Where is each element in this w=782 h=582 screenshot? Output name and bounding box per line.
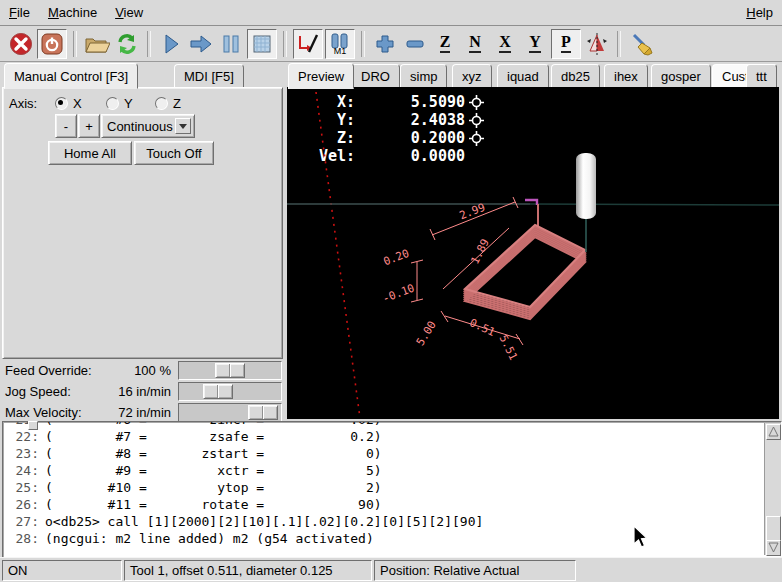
gcode-listing[interactable]: 21:( #6 = zincr = .02) 22:( #7 = zsafe =… — [2, 421, 782, 559]
max-velocity-thumb[interactable] — [248, 405, 278, 420]
jog-speed-thumb[interactable] — [203, 384, 233, 399]
feed-override-row: Feed Override: 100 % — [0, 360, 283, 380]
axis-radio-y[interactable]: Y — [106, 96, 133, 111]
gcode-line: 25:( #10 = ytop = 2) — [5, 479, 745, 496]
pane-sash-grip[interactable] — [28, 421, 38, 430]
max-velocity-slider[interactable] — [178, 403, 282, 422]
tab-ttt[interactable]: ttt — [746, 64, 777, 89]
axis-label: Axis: — [9, 96, 37, 111]
scroll-up-arrow[interactable] — [766, 424, 781, 440]
clear-plot-button[interactable] — [627, 30, 655, 58]
view-z2-icon: N — [469, 34, 481, 53]
max-velocity-value: 72 in/min — [118, 405, 171, 420]
radio-y-indicator — [106, 97, 119, 110]
tool-info-cell: Tool 1, offset 0.511, diameter 0.125 — [124, 560, 372, 581]
zoom-out-button[interactable] — [401, 30, 429, 58]
tab-db25[interactable]: db25 — [551, 64, 600, 89]
jog-mode-dropdown[interactable]: Continuous — [101, 114, 195, 138]
open-file-button[interactable] — [83, 30, 111, 58]
preview-canvas[interactable]: X:5.5090 Y:2.4038 Z:0.2000 Vel:0.0000 — [287, 87, 779, 419]
plus-icon — [374, 33, 396, 55]
feed-override-slider[interactable] — [178, 361, 282, 380]
gcode-scrollbar[interactable] — [764, 423, 781, 555]
pause-button[interactable] — [217, 30, 245, 58]
svg-text:M1: M1 — [334, 46, 347, 56]
broom-icon — [628, 32, 654, 56]
jog-speed-value: 16 in/min — [118, 384, 171, 399]
run-button[interactable] — [157, 30, 185, 58]
machine-power-button[interactable] — [37, 29, 67, 59]
jog-minus-button[interactable]: - — [55, 114, 77, 138]
menu-file[interactable]: File — [0, 2, 39, 23]
jog-plus-button[interactable]: + — [78, 114, 100, 138]
radio-x-indicator — [55, 97, 68, 110]
toolbar-separator — [283, 31, 287, 57]
position-mode-cell: Position: Relative Actual — [374, 560, 576, 581]
rotate-cone-icon — [585, 32, 609, 56]
max-velocity-label: Max Velocity: — [5, 405, 82, 420]
gcode-line: 23:( #8 = zstart = 0) — [5, 445, 745, 462]
max-velocity-row: Max Velocity: 72 in/min — [0, 402, 283, 422]
tab-simp[interactable]: simp — [400, 64, 447, 89]
jog-speed-label: Jog Speed: — [5, 384, 71, 399]
feed-override-label: Feed Override: — [5, 363, 92, 378]
view-x-button[interactable]: X — [491, 30, 519, 58]
step-button[interactable] — [187, 30, 215, 58]
scroll-down-arrow[interactable] — [766, 540, 781, 556]
toolbar-separator — [361, 31, 365, 57]
tab-gosper[interactable]: gosper — [651, 64, 711, 89]
run-icon — [160, 33, 182, 55]
tab-xyz[interactable]: xyz — [452, 64, 492, 89]
axis-radio-z[interactable]: Z — [155, 96, 181, 111]
estop-icon — [9, 32, 33, 56]
view-y-button[interactable]: Y — [521, 30, 549, 58]
view-y-icon: Y — [529, 34, 541, 53]
reload-button[interactable] — [113, 30, 141, 58]
block-delete-button[interactable] — [293, 29, 323, 59]
gcode-line: 26:( #11 = rotate = 90) — [5, 496, 745, 513]
tab-preview[interactable]: Preview — [288, 63, 354, 89]
tab-mdi[interactable]: MDI [F5] — [174, 64, 244, 89]
tab-dro[interactable]: DRO — [351, 64, 400, 89]
mouse-cursor — [633, 525, 649, 549]
menu-view[interactable]: View — [106, 2, 152, 23]
axis-radio-x[interactable]: X — [55, 96, 82, 111]
step-arrow-icon — [188, 33, 214, 55]
view-p-icon: P — [561, 34, 571, 53]
menu-help[interactable]: Help — [737, 2, 782, 23]
gcode-line: 22:( #7 = zsafe = 0.2) — [5, 428, 745, 445]
machine-state-cell: ON — [2, 560, 122, 581]
touch-off-button[interactable]: Touch Off — [134, 141, 214, 165]
rotate-view-button[interactable] — [583, 30, 611, 58]
gcode-line: 21:( #6 = zincr = .02) — [5, 421, 745, 428]
stop-button[interactable] — [247, 29, 277, 59]
home-all-button[interactable]: Home All — [48, 141, 132, 165]
estop-button[interactable] — [7, 30, 35, 58]
feed-override-thumb[interactable] — [215, 363, 245, 378]
toolbar: M1 Z N X Y P — [0, 26, 782, 62]
stop-icon — [251, 33, 273, 55]
minus-icon — [404, 33, 426, 55]
power-icon — [40, 32, 64, 56]
optional-stop-button[interactable]: M1 — [325, 29, 355, 59]
status-bar: ON Tool 1, offset 0.511, diameter 0.125 … — [0, 557, 782, 582]
menu-machine[interactable]: Machine — [39, 2, 106, 23]
view-z2-button[interactable]: N — [461, 30, 489, 58]
feed-override-value: 100 % — [134, 363, 171, 378]
toolbar-separator — [147, 31, 151, 57]
view-p-button[interactable]: P — [551, 29, 581, 59]
toolbar-separator — [73, 31, 77, 57]
tab-ihex[interactable]: ihex — [604, 64, 648, 89]
zoom-in-button[interactable] — [371, 30, 399, 58]
tab-manual-control[interactable]: Manual Control [F3] — [4, 63, 138, 89]
jog-speed-slider[interactable] — [178, 382, 282, 401]
view-z-button[interactable]: Z — [431, 30, 459, 58]
menu-bar: File Machine View Help — [0, 0, 782, 26]
reload-icon — [115, 32, 139, 56]
block-delete-icon — [296, 32, 320, 56]
gcode-line: 24:( #9 = xctr = 5) — [5, 462, 745, 479]
radio-z-indicator — [155, 97, 168, 110]
tab-iquad[interactable]: iquad — [497, 64, 549, 89]
scrollbar-thumb[interactable] — [766, 516, 781, 542]
view-x-icon: X — [499, 34, 511, 53]
